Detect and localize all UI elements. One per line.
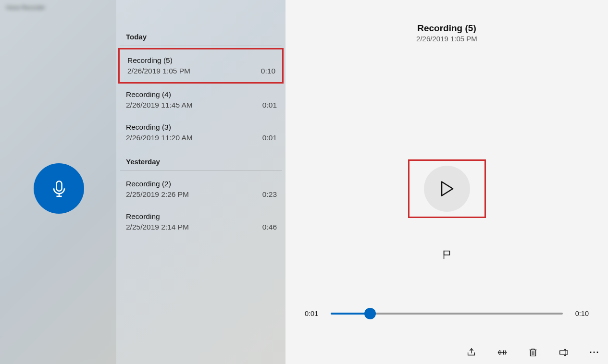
svg-rect-4 (56, 181, 62, 191)
list-item-duration: 0:01 (262, 133, 277, 142)
list-item-title: Recording (126, 212, 277, 221)
list-item-subtitle: 2/26/2019 11:20 AM (126, 133, 277, 142)
list-item-title: Recording (3) (126, 123, 277, 132)
list-item-title: Recording (5) (127, 56, 275, 65)
seek-track[interactable] (331, 313, 563, 315)
svg-marker-7 (442, 182, 453, 195)
more-icon: ··· (589, 348, 599, 358)
list-item-title: Recording (4) (126, 90, 277, 99)
playback-panel: Recording (5) 2/26/2019 1:05 PM 0:01 0:1… (285, 0, 608, 364)
record-panel (0, 0, 116, 364)
group-header-today: Today (120, 24, 282, 46)
list-item[interactable]: Recording (2) 2/25/2019 2:26 PM 0:23 (116, 173, 285, 206)
list-item-subtitle: 2/25/2019 2:26 PM (126, 190, 277, 199)
svg-rect-17 (560, 351, 568, 354)
trash-icon (528, 347, 538, 358)
add-marker-button[interactable] (437, 245, 457, 264)
record-button[interactable] (34, 163, 84, 214)
group-header-yesterday: Yesterday (120, 149, 282, 171)
list-item[interactable]: Recording (4) 2/26/2019 11:45 AM 0:01 (116, 84, 285, 116)
play-icon (440, 181, 454, 197)
list-item-duration: 0:46 (262, 223, 277, 231)
list-item-subtitle: 2/25/2019 2:14 PM (126, 223, 277, 231)
current-time: 0:01 (305, 310, 324, 317)
list-item-title: Recording (2) (126, 180, 277, 188)
share-icon (466, 347, 477, 358)
svg-rect-9 (444, 251, 449, 255)
flag-icon (442, 249, 452, 260)
list-item[interactable]: Recording (3) 2/26/2019 11:20 AM 0:01 (116, 116, 285, 149)
delete-button[interactable] (526, 346, 540, 359)
list-item-subtitle: 2/26/2019 1:05 PM (127, 67, 275, 75)
total-time: 0:10 (570, 310, 589, 317)
list-item[interactable]: Recording 2/25/2019 2:14 PM 0:46 (116, 206, 285, 238)
app-root: Voice Recorder Today Recording (5) 2 (0, 0, 608, 364)
bottom-toolbar: ··· (465, 346, 601, 359)
recordings-list: Today Recording (5) 2/26/2019 1:05 PM 0:… (116, 0, 285, 364)
play-button[interactable] (424, 166, 470, 212)
seek-thumb[interactable] (364, 308, 376, 319)
list-item-subtitle: 2/26/2019 11:45 AM (126, 101, 277, 109)
trim-icon (497, 347, 508, 358)
timeline: 0:01 0:10 (305, 310, 589, 317)
rename-icon (558, 347, 569, 358)
playback-title: Recording (5) (417, 23, 476, 34)
list-item-duration: 0:23 (262, 190, 277, 199)
trim-button[interactable] (496, 346, 509, 359)
playback-subtitle: 2/26/2019 1:05 PM (416, 35, 477, 43)
share-button[interactable] (465, 346, 478, 359)
rename-button[interactable] (557, 346, 571, 359)
microphone-icon (50, 180, 68, 198)
list-item-duration: 0:10 (261, 67, 275, 75)
play-highlight (408, 159, 486, 218)
list-item-duration: 0:01 (262, 101, 277, 109)
more-button[interactable]: ··· (588, 346, 601, 359)
list-item[interactable]: Recording (5) 2/26/2019 1:05 PM 0:10 (118, 48, 284, 84)
